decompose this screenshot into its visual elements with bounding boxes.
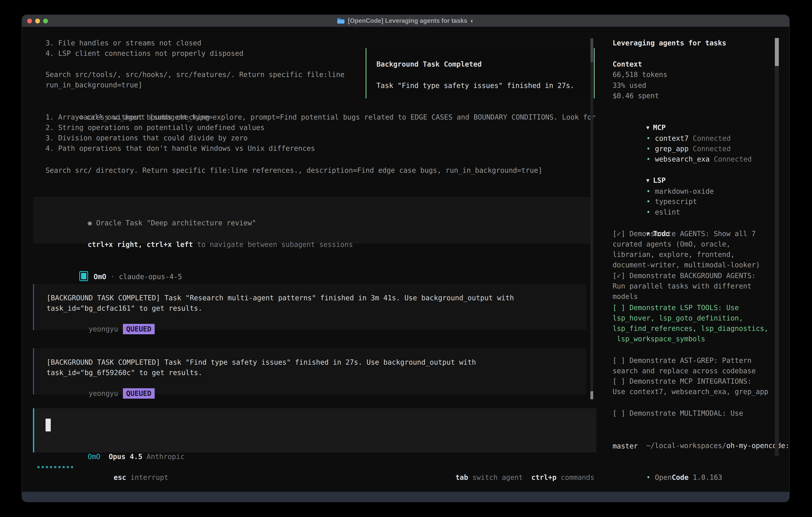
tool-call-line: Search src/ directory. Return specific f… [46, 165, 542, 175]
todo-line-active: [ ] Demonstrate LSP TOOLS: Use [613, 302, 739, 313]
todo-section-header[interactable]: ▼Todo [613, 218, 670, 228]
text-cursor [46, 419, 51, 431]
task-message-meta: yeongyuQUEUED [47, 314, 155, 324]
author-label: yeongyu [89, 389, 118, 398]
oracle-task-box: ◉ Oracle Task "Deep architecture review"… [33, 197, 592, 244]
context-header: Context [613, 59, 642, 70]
spinner-dots [37, 466, 73, 468]
workspace-path: ~/local-workspaces/oh-my-opencode: [613, 430, 789, 440]
agent-model: claude-opus-4-5 [119, 273, 182, 281]
input-footer: OmOOpus 4.5 Anthropic [46, 441, 184, 452]
lsp-section-header[interactable]: ▼LSP [613, 165, 666, 175]
ctrlp-key-hint: ctrl+p [531, 473, 556, 482]
todo-line: [✓] Demonstrate AGENTS: Show all 7 [613, 228, 756, 239]
separator-dot: · [111, 273, 115, 281]
lsp-item: •typescript [613, 186, 697, 196]
esc-action-label: interrupt [130, 473, 168, 482]
task-message-line: [BACKGROUND TASK COMPLETED] Task "Find t… [47, 357, 476, 368]
background-task-toast[interactable]: Background Task Completed Task "Find typ… [366, 48, 594, 98]
esc-key-hint: esc [114, 473, 126, 482]
folder-icon [337, 18, 345, 24]
tool-call-line: 3. Division operations that could divide… [46, 133, 248, 143]
workspace-branch: master [613, 441, 638, 451]
screen: [OpenCode] Leveraging agents for tasks ◐… [0, 0, 812, 517]
main-scrollbar[interactable] [590, 38, 593, 399]
todo-line: Use context7, websearch_exa, grep_app [613, 386, 768, 397]
todo-line: document-writer, multimodal-looker) [613, 260, 760, 270]
main-scroll-indicator[interactable] [590, 391, 593, 399]
maximize-button[interactable] [43, 19, 48, 23]
sidebar-scrollbar[interactable] [775, 38, 779, 456]
context-tokens: 66,518 tokens [613, 70, 667, 80]
context-used: 33% used [613, 80, 646, 90]
tool-call-line: 1. Array access without bounds checking [46, 112, 210, 123]
input-agent-name: OmO [88, 453, 100, 461]
record-icon: ◉ [88, 219, 92, 227]
tool-call-line: 4. Path operations that don't handle Win… [46, 143, 315, 154]
shortcut-keys: ctrl+x right, ctrl+x left [88, 241, 193, 248]
ctrlp-action-label: commands [561, 473, 594, 482]
status-dot-icon: • [646, 473, 650, 482]
lsp-item: •eslint [613, 196, 680, 207]
todo-line: [ ] Demonstrate AST-GREP: Pattern [613, 355, 751, 366]
terminal-content: 3. File handles or streams not closed 4.… [22, 27, 789, 492]
author-label: yeongyu [89, 325, 118, 333]
tab-action-label: switch agent [472, 473, 523, 482]
titlebar[interactable]: [OpenCode] Leveraging agents for tasks ◐ [22, 15, 789, 27]
todo-line: search and replace across codebase [613, 366, 756, 376]
context-spent: $0.46 spent [613, 90, 659, 101]
todo-line: [ ] Demonstrate MULTIMODAL: Use [613, 408, 743, 418]
status-dot-icon: • [646, 208, 650, 216]
mcp-section-header[interactable]: ▼MCP [613, 112, 666, 123]
prompt-input[interactable]: OmOOpus 4.5 Anthropic [33, 408, 597, 453]
mcp-item: •grep_app Connected [613, 133, 731, 143]
toast-body: Task "Find type safety issues" finished … [376, 80, 574, 91]
output-line: 3. File handles or streams not closed [46, 38, 201, 48]
app-window: [OpenCode] Leveraging agents for tasks ◐… [22, 15, 789, 502]
statusbar-left: esc interrupt [80, 462, 168, 472]
task-message-block: [BACKGROUND TASK COMPLETED] Task "Find t… [33, 348, 586, 394]
task-message-line: task_id="bg_dcfac161" to get results. [47, 303, 202, 314]
window-bottom-edge [22, 492, 789, 502]
tab-key-hint: tab [456, 473, 468, 482]
todo-line: curated agents (OmO, oracle, [613, 239, 730, 249]
todo-line: librarian, explore, frontend, [613, 249, 735, 260]
tool-call-line: ⚙call_omo_agent [subagent_type=explore, … [46, 102, 596, 112]
lsp-item: •markdown-oxide [613, 176, 714, 186]
mcp-item: •context7 Connected [613, 123, 731, 133]
tool-call-line: 2. String operations on potentially unde… [46, 123, 264, 133]
todo-line: [✓] Demonstrate BACKGROUND AGENTS: [613, 271, 756, 281]
todo-line: models [613, 291, 638, 302]
task-message-meta: yeongyuQUEUED [47, 378, 155, 388]
app-version: •OpenCode 1.0.163 [613, 462, 722, 472]
sidebar-scrollbar-thumb[interactable] [775, 38, 779, 66]
session-title: Leveraging agents for tasks [613, 38, 726, 48]
task-message-line: [BACKGROUND TASK COMPLETED] Task "Resear… [47, 293, 514, 303]
minimize-button[interactable] [35, 19, 40, 23]
statusbar-right: tab switch agentctrl+p commands [422, 462, 594, 472]
todo-line-active: lsp_find_references, lsp_diagnostics, [613, 323, 768, 334]
todo-line: Run parallel tasks with different [613, 281, 751, 291]
input-model: Opus 4.5 [109, 453, 142, 461]
close-button[interactable] [27, 19, 32, 23]
output-line: 4. LSP client connections not properly d… [46, 48, 243, 59]
toast-title: Background Task Completed [376, 59, 482, 70]
window-title: [OpenCode] Leveraging agents for tasks [348, 17, 467, 24]
agent-icon [79, 271, 88, 281]
agent-name: OmO [94, 273, 106, 281]
task-message-block: [BACKGROUND TASK COMPLETED] Task "Resear… [33, 284, 586, 330]
oracle-task-title: ◉ Oracle Task "Deep architecture review" [46, 207, 256, 218]
status-badge: QUEUED [123, 324, 154, 334]
todo-line-active: lsp_workspace_symbols [613, 334, 705, 344]
output-line: run_in_background=true] [46, 80, 142, 90]
oracle-task-hint: ctrl+x right, ctrl+x left to navigate be… [46, 229, 353, 239]
todo-line-active: lsp_hover, lsp_goto_definition, [613, 313, 743, 323]
agent-header: OmO · claude-opus-4-5 [46, 261, 182, 271]
todo-line: [ ] Demonstrate MCP INTEGRATIONS: [613, 376, 751, 386]
mcp-item: •websearch_exa Connected [613, 143, 752, 154]
status-badge: QUEUED [123, 388, 154, 399]
status-dot-icon: • [646, 155, 650, 163]
main-scrollbar-thumb[interactable] [590, 38, 593, 62]
traffic-lights [27, 15, 48, 27]
input-provider: Anthropic [147, 453, 184, 461]
